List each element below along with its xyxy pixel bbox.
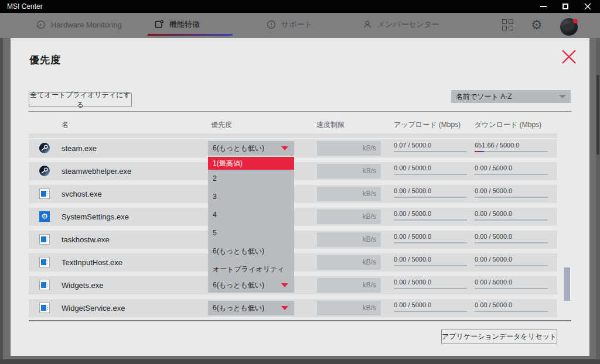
page-title: 優先度 [29,53,61,67]
priority-option[interactable]: 4 [208,206,294,224]
window-title: MSI Center [7,2,43,11]
process-icon-slot [39,280,50,290]
app-window-icon [39,280,50,290]
priority-option[interactable]: オートプライオリティ [208,260,294,279]
download-progress-track [475,311,548,312]
table-row: WidgetService.exe6(もっとも低い)kB/s0.00 / 500… [29,299,557,317]
download-value: 0.00 / 5000.0 [475,301,548,308]
download-cell: 0.00 / 5000.0 [475,164,548,175]
process-icon-slot [39,303,50,313]
upload-cell: 0.00 / 5000.0 [394,210,467,221]
tab-label: サポート [281,19,312,30]
upload-progress-track [394,311,467,312]
download-progress-track [475,242,548,243]
close-modal-button[interactable] [561,49,577,65]
tab-member-center[interactable]: メンバーセンター [363,13,439,36]
speed-limit-input[interactable]: kB/s [317,141,381,156]
gauge-icon [36,20,46,29]
priority-option[interactable]: 1(最高値) [208,157,294,170]
close-window-button[interactable] [578,0,598,13]
tab-hardware-monitoring[interactable]: Hardware Monitoring [36,13,122,36]
download-value: 0.00 / 5000.0 [475,164,548,171]
process-icon-slot [39,257,50,267]
process-name: WidgetService.exe [62,299,125,317]
priority-select-value: 6(もっとも低い) [213,301,264,315]
tab-label: メンバーセンター [377,19,439,30]
divider [29,320,571,321]
priority-option[interactable]: 6(もっとも低い) [208,242,294,260]
speed-unit-label: kB/s [363,255,376,270]
app-window-icon [39,303,50,313]
download-cell: 0.00 / 5000.0 [475,210,548,221]
apps-grid-icon[interactable] [502,19,514,31]
priority-option[interactable]: 5 [208,224,294,242]
tab-support[interactable]: サポート [267,13,312,36]
table-scrollbar-thumb[interactable] [564,267,570,301]
speed-limit-input[interactable]: kB/s [317,210,381,224]
speed-limit-input[interactable]: kB/s [317,255,381,270]
column-header-speed-limit: 速度制限 [316,120,345,130]
avatar[interactable] [560,18,578,36]
speed-limit-input[interactable]: kB/s [317,278,381,293]
upload-cell: 0.00 / 5000.0 [394,301,467,312]
download-value: 0.00 / 5000.0 [475,279,548,286]
process-icon-slot [39,234,50,245]
speed-limit-input[interactable]: kB/s [317,232,381,247]
process-icon-slot [39,166,50,176]
process-name: steamwebhelper.exe [62,162,131,180]
table-row: Widgets.exe6(もっとも低い)kB/s0.00 / 5000.00.0… [29,276,557,294]
app-window-icon [39,234,50,245]
download-progress-track [475,219,548,221]
gear-icon[interactable]: ⚙ [531,16,543,34]
upload-cell: 0.00 / 5000.0 [394,164,467,175]
upload-progress-track [394,265,467,266]
download-value: 651.66 / 5000.0 [475,142,548,149]
download-cell: 0.00 / 5000.0 [475,279,548,289]
upload-value: 0.00 / 5000.0 [394,164,467,171]
column-header-download: ダウンロード (Mbps) [475,120,541,130]
priority-option[interactable]: 2 [208,170,294,188]
upload-value: 0.00 / 5000.0 [394,187,467,194]
upload-progress-track [394,219,467,221]
download-progress-track [475,288,548,289]
speed-limit-input[interactable]: kB/s [317,301,381,315]
upload-value: 0.00 / 5000.0 [394,233,467,240]
page-scrollbar[interactable] [596,38,600,359]
maximize-icon [562,4,568,9]
auto-priority-all-button[interactable]: 全てオートプライオリティにする [29,92,132,107]
speed-limit-input[interactable]: kB/s [317,164,381,178]
minimize-button[interactable] [533,0,553,13]
features-icon [154,20,164,30]
process-icon-slot: ⚙ [39,211,50,222]
tab-features[interactable]: 機能特徴 [154,13,200,36]
priority-select[interactable]: 6(もっとも低い) [208,141,294,156]
steam-icon [39,166,50,176]
upload-progress-track [394,242,467,243]
close-icon [584,3,591,10]
table-row: steam.exe6(もっとも低い)kB/s0.07 / 5000.0651.6… [29,139,557,157]
upload-value: 0.00 / 5000.0 [394,279,467,286]
app-window-icon [39,188,50,199]
speed-unit-label: kB/s [363,164,376,178]
sort-select[interactable]: 名前でソート A-Z [451,90,571,103]
column-header-name: 名 [62,120,69,130]
process-icon-slot [39,188,50,199]
minimize-icon [540,6,547,7]
priority-select[interactable]: 6(もっとも低い) [208,278,294,293]
download-cell: 651.66 / 5000.0 [475,142,548,152]
speed-limit-input[interactable]: kB/s [317,187,381,201]
process-icon-slot [39,143,50,153]
divider [29,111,571,112]
priority-option[interactable]: 3 [208,188,294,206]
upload-cell: 0.00 / 5000.0 [394,233,467,243]
upload-value: 0.00 / 5000.0 [394,210,467,217]
priority-select-value: 6(もっとも低い) [213,141,264,156]
reset-app-data-button[interactable]: アプリケーションデータをリセット [441,329,557,344]
process-name: steam.exe [62,139,97,157]
upload-progress-track [394,151,467,152]
page-scrollbar-thumb[interactable] [596,75,599,154]
maximize-button[interactable] [555,0,575,13]
priority-select[interactable]: 6(もっとも低い) [208,301,294,315]
speed-unit-label: kB/s [363,278,376,293]
app-window-icon [39,257,50,267]
